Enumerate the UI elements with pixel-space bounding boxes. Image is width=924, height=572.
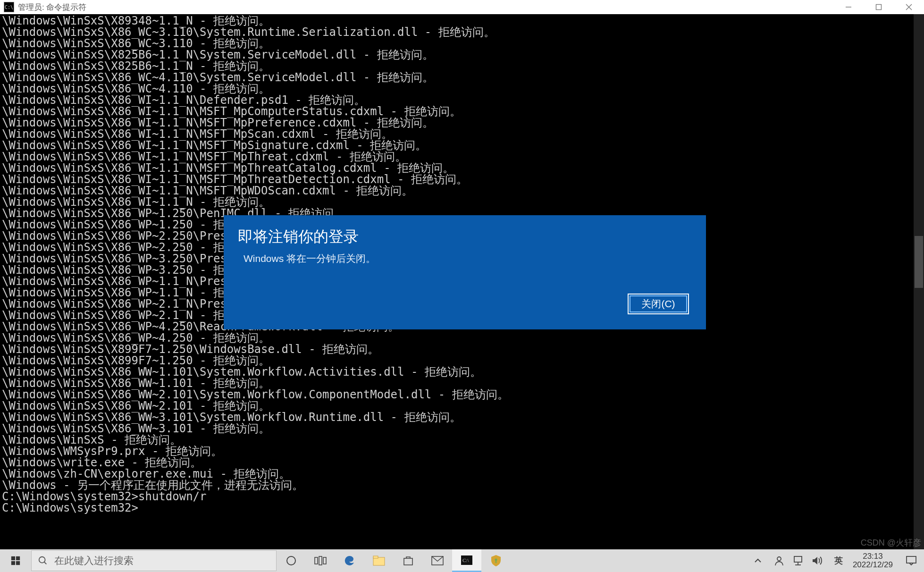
terminal-line: \Windows\WinSxS\X86_WI~1.1_N\MSFT_MpPref… [2, 117, 922, 128]
svg-rect-6 [11, 561, 15, 565]
mail-icon[interactable] [423, 549, 452, 572]
system-tray: 英 23:13 2022/12/29 [755, 549, 924, 572]
svg-rect-7 [16, 561, 20, 565]
terminal-line: \Windows\WinSxS\X86_WI~1.1_N\MSFT_MpThre… [2, 151, 922, 162]
minimize-button[interactable] [833, 0, 864, 14]
svg-text:C:\: C:\ [462, 557, 469, 563]
terminal-line: \Windows\WinSxS\X825B6~1.1_N\System.Serv… [2, 49, 922, 60]
taskbar-clock[interactable]: 23:13 2022/12/29 [847, 552, 899, 569]
terminal-line: \Windows\WinSxS\X86_WC~4.110 - 拒绝访问。 [2, 83, 922, 94]
close-button[interactable] [894, 0, 924, 14]
dialog-message: Windows 将在一分钟后关闭。 [244, 252, 706, 265]
tray-expand-icon[interactable] [755, 558, 773, 563]
watermark-text: CSDN @火轩彦 [861, 537, 921, 548]
svg-rect-11 [315, 557, 318, 564]
terminal-line: \Windows\WinSxS\X86_WI~1.1_N - 拒绝访问。 [2, 196, 922, 208]
terminal-line: \Windows\WinSxS\X86_WI~1.1_N\MSFT_MpWDOS… [2, 185, 922, 196]
volume-icon[interactable] [811, 555, 830, 566]
network-icon[interactable] [792, 555, 811, 566]
terminal-line: \Windows\WinSxS\X86_WW~1.101 - 拒绝访问。 [2, 378, 922, 389]
svg-rect-12 [319, 556, 322, 565]
svg-rect-16 [404, 558, 412, 565]
cortana-icon[interactable] [277, 549, 306, 572]
terminal-line: \Windows\WinSxS - 拒绝访问。 [2, 434, 922, 446]
terminal-line: \Windows\WinSxS\X86_WI~1.1_N\MSFT_MpComp… [2, 106, 922, 117]
terminal-line: \Windows\WinSxS\X86_WI~1.1_N\MSFT_MpThre… [2, 174, 922, 185]
terminal-line: \Windows\WinSxS\X86_WI~1.1_N\Defender.ps… [2, 94, 922, 106]
taskview-icon[interactable] [306, 549, 335, 572]
terminal-line: \Windows\WinSxS\X86_WC~3.110 - 拒绝访问。 [2, 38, 922, 49]
dialog-title: 即将注销你的登录 [238, 227, 706, 247]
search-placeholder: 在此键入进行搜索 [54, 554, 134, 567]
maximize-button[interactable] [864, 0, 894, 14]
clock-time: 23:13 [863, 552, 883, 561]
terminal-line: \Windows\zh-CN\explorer.exe.mui - 拒绝访问。 [2, 468, 922, 479]
terminal-line: \Windows\WinSxS\X86_WI~1.1_N\MSFT_MpScan… [2, 128, 922, 140]
terminal-line: \Windows\WinSxS\X86_WI~1.1_N\MSFT_MpSign… [2, 140, 922, 151]
terminal-line: \Windows\WinSxS\X89348~1.1_N - 拒绝访问。 [2, 15, 922, 26]
svg-rect-26 [907, 556, 916, 563]
terminal-line: \Windows\WinSxS\X825B6~1.1_N - 拒绝访问。 [2, 60, 922, 72]
window-title: 管理员: 命令提示符 [18, 2, 86, 13]
svg-rect-15 [373, 556, 378, 558]
svg-rect-5 [16, 556, 20, 560]
edge-icon[interactable] [335, 549, 364, 572]
terminal-line: \Windows\WinSxS\X86_WW~2.101 - 拒绝访问。 [2, 400, 922, 412]
terminal-line: \Windows\WinSxS\X86_WP~4.250 - 拒绝访问。 [2, 332, 922, 344]
terminal-line: \Windows\WinSxS\X899F7~1.250 - 拒绝访问。 [2, 355, 922, 366]
svg-point-8 [39, 557, 45, 563]
window-titlebar: C:\ 管理员: 命令提示符 [0, 0, 924, 14]
ime-indicator[interactable]: 英 [830, 555, 847, 566]
terminal-line: \Windows\write.exe - 拒绝访问。 [2, 457, 922, 468]
svg-rect-14 [373, 557, 385, 565]
store-icon[interactable] [394, 549, 423, 572]
svg-point-22 [777, 557, 781, 561]
shutdown-dialog: 即将注销你的登录 Windows 将在一分钟后关闭。 关闭(C) [224, 215, 706, 329]
vertical-scrollbar[interactable] [914, 14, 924, 549]
dialog-close-button[interactable]: 关闭(C) [628, 294, 689, 314]
search-icon [32, 555, 54, 566]
terminal-line: \Windows\WinSxS\X86_WI~1.1_N\MSFT_MpThre… [2, 162, 922, 174]
terminal-line: \Windows\WinSxS\X86_WC~3.110\System.Runt… [2, 26, 922, 38]
security-icon[interactable] [481, 549, 511, 572]
cmd-taskbar-icon[interactable]: C:\ [452, 549, 481, 572]
clock-date: 2022/12/29 [853, 561, 893, 569]
svg-line-9 [44, 562, 47, 564]
people-icon[interactable] [773, 555, 792, 566]
terminal-line: \Windows\WinSxS\X86_WW~3.101\System.Work… [2, 412, 922, 423]
terminal-line: \Windows\WMSysPr9.prx - 拒绝访问。 [2, 446, 922, 457]
svg-rect-4 [11, 556, 15, 560]
svg-rect-23 [794, 556, 802, 562]
terminal-line: \Windows\WinSxS\X899F7~1.250\WindowsBase… [2, 344, 922, 355]
scrollbar-thumb[interactable] [915, 236, 923, 288]
terminal-line: \Windows\WinSxS\X86_WW~1.101\System.Work… [2, 366, 922, 378]
svg-rect-13 [323, 557, 326, 564]
start-button[interactable] [0, 549, 31, 572]
terminal-line: C:\Windows\system32> [2, 502, 922, 513]
action-center-icon[interactable] [899, 555, 924, 566]
svg-rect-1 [876, 5, 882, 10]
terminal-line: \Windows\WinSxS\X86_WW~3.101 - 拒绝访问。 [2, 423, 922, 434]
taskbar: 在此键入进行搜索 C:\ 英 23:13 2022/12/29 [0, 549, 924, 572]
svg-point-10 [287, 556, 295, 565]
cmd-icon: C:\ [4, 2, 14, 12]
task-icons: C:\ [277, 549, 511, 572]
terminal-line: C:\Windows\system32>shutdown/r [2, 491, 922, 502]
terminal-line: \Windows\WinSxS\X86_WW~2.101\System.Work… [2, 389, 922, 400]
search-box[interactable]: 在此键入进行搜索 [31, 550, 277, 571]
svg-rect-21 [496, 560, 496, 563]
terminal-line: \Windows\WinSxS\X86_WC~4.110\System.Serv… [2, 72, 922, 83]
terminal-line: \Windows - 另一个程序正在使用此文件，进程无法访问。 [2, 479, 922, 491]
explorer-icon[interactable] [364, 549, 394, 572]
